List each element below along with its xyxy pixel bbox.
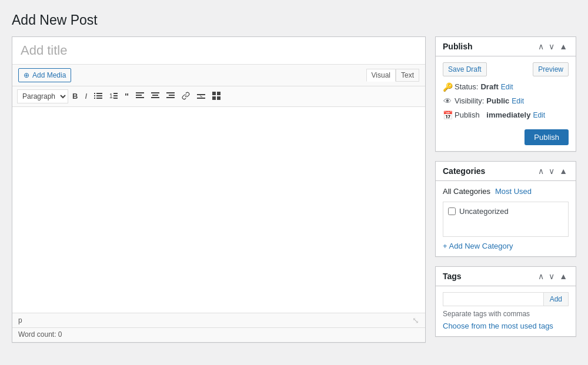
svg-rect-23 — [197, 98, 205, 99]
publish-close-button[interactable]: ▲ — [558, 42, 569, 51]
svg-line-24 — [200, 96, 202, 97]
tags-metabox-header: Tags ∧ ∨ ▲ — [436, 267, 576, 286]
blockquote-button[interactable]: " — [122, 90, 132, 102]
visibility-icon: 👁 — [443, 96, 452, 106]
svg-rect-12 — [136, 97, 144, 98]
publish-metabox-title: Publish — [443, 42, 473, 51]
italic-button[interactable]: I — [82, 91, 90, 102]
publish-collapse-up-button[interactable]: ∧ — [537, 42, 545, 51]
publish-label: Publish — [455, 110, 480, 119]
svg-rect-26 — [217, 92, 220, 95]
publish-time-value: immediately — [486, 110, 530, 119]
align-center-button[interactable] — [148, 91, 162, 102]
publish-metabox-controls: ∧ ∨ ▲ — [537, 42, 569, 51]
add-media-button[interactable]: ⊕ Add Media — [18, 68, 71, 82]
format-toolbar: Paragraph B I 1. " — [12, 86, 425, 107]
publish-metabox-header: Publish ∧ ∨ ▲ — [436, 37, 576, 56]
categories-metabox-controls: ∧ ∨ ▲ — [537, 167, 569, 175]
ordered-list-button[interactable]: 1. — [106, 90, 121, 103]
unordered-list-button[interactable] — [91, 90, 105, 103]
page-title: Add New Post — [12, 12, 576, 29]
visibility-value: Public — [486, 96, 509, 105]
preview-button[interactable]: Preview — [533, 62, 569, 76]
tags-choose-link[interactable]: Choose from the most used tags — [443, 322, 553, 330]
categories-metabox: Categories ∧ ∨ ▲ All Categories Most Use… — [435, 161, 576, 257]
tags-hint: Separate tags with commas — [443, 310, 569, 318]
tab-text[interactable]: Text — [396, 69, 419, 82]
publish-metabox: Publish ∧ ∨ ▲ Save Draft Preview 🔑 Statu… — [435, 36, 576, 152]
svg-rect-14 — [151, 92, 159, 93]
tab-all-categories[interactable]: All Categories — [443, 187, 490, 196]
tags-metabox-body: Add Separate tags with commas Choose fro… — [436, 286, 576, 336]
svg-rect-1 — [96, 93, 102, 94]
categories-close-button[interactable]: ▲ — [558, 167, 569, 175]
tags-input[interactable] — [443, 292, 544, 306]
svg-rect-8 — [113, 95, 118, 96]
align-right-button[interactable] — [163, 91, 178, 102]
tags-collapse-up-button[interactable]: ∧ — [537, 272, 545, 280]
svg-rect-3 — [96, 95, 102, 96]
status-edit-link[interactable]: Edit — [501, 83, 513, 91]
publish-time-row: 📅 Publish immediately Edit — [443, 110, 569, 120]
categories-list: Uncategorized — [443, 202, 569, 237]
visibility-edit-link[interactable]: Edit — [512, 97, 524, 105]
publish-collapse-down-button[interactable]: ∨ — [547, 42, 556, 51]
add-media-label: Add Media — [32, 71, 66, 79]
svg-rect-20 — [166, 97, 175, 98]
categories-collapse-down-button[interactable]: ∨ — [547, 167, 556, 175]
svg-rect-11 — [136, 95, 142, 96]
svg-rect-0 — [94, 93, 95, 94]
svg-rect-28 — [217, 96, 220, 100]
tags-metabox-title: Tags — [443, 272, 462, 281]
editor-tabs: Visual Text — [366, 69, 419, 82]
svg-rect-19 — [169, 95, 175, 96]
bold-button[interactable]: B — [69, 91, 81, 102]
svg-rect-10 — [136, 92, 144, 93]
svg-rect-15 — [152, 95, 158, 96]
publish-actions: Save Draft Preview — [443, 62, 569, 76]
status-label: Status: — [455, 82, 478, 91]
svg-rect-7 — [113, 93, 118, 94]
categories-metabox-body: All Categories Most Used Uncategorized +… — [436, 181, 576, 256]
tags-input-row: Add — [443, 292, 569, 306]
save-draft-button[interactable]: Save Draft — [443, 62, 487, 76]
format-select[interactable]: Paragraph — [17, 89, 68, 103]
editor-footer: p ⤡ — [12, 313, 425, 327]
tags-add-button[interactable]: Add — [544, 292, 569, 306]
more-button[interactable] — [194, 91, 208, 102]
publish-submit-area: Publish — [443, 125, 569, 145]
sidebar: Publish ∧ ∨ ▲ Save Draft Preview 🔑 Statu… — [435, 36, 576, 346]
tags-collapse-down-button[interactable]: ∨ — [547, 272, 556, 280]
word-count: Word count: 0 — [12, 327, 425, 342]
categories-metabox-title: Categories — [443, 166, 485, 176]
publish-time-edit-link[interactable]: Edit — [533, 111, 545, 119]
align-left-button[interactable] — [133, 91, 147, 102]
tab-most-used[interactable]: Most Used — [495, 187, 532, 196]
svg-rect-27 — [212, 96, 216, 100]
tab-visual[interactable]: Visual — [366, 69, 396, 82]
svg-rect-18 — [166, 92, 175, 93]
link-button[interactable] — [179, 90, 193, 103]
publish-button[interactable]: Publish — [524, 129, 569, 145]
categories-collapse-up-button[interactable]: ∧ — [537, 167, 545, 175]
svg-rect-9 — [113, 98, 118, 99]
add-media-icon: ⊕ — [24, 71, 29, 79]
svg-rect-5 — [96, 98, 102, 99]
svg-rect-4 — [94, 98, 95, 99]
visibility-label: Visibility: — [455, 96, 484, 105]
tags-metabox: Tags ∧ ∨ ▲ Add Separate tags with commas… — [435, 266, 576, 337]
toolbar-extra-button[interactable] — [209, 90, 223, 103]
status-value: Draft — [480, 82, 498, 91]
calendar-icon: 📅 — [443, 110, 452, 120]
tags-close-button[interactable]: ▲ — [558, 272, 569, 280]
editor-body[interactable] — [12, 107, 425, 313]
add-new-category-link[interactable]: + Add New Category — [443, 242, 513, 250]
category-uncategorized-label: Uncategorized — [459, 207, 509, 216]
publish-metabox-body: Save Draft Preview 🔑 Status: Draft Edit … — [436, 56, 576, 151]
status-row: 🔑 Status: Draft Edit — [443, 82, 569, 92]
category-uncategorized-checkbox[interactable] — [448, 207, 456, 215]
post-title-input[interactable] — [12, 37, 425, 65]
resize-handle[interactable]: ⤡ — [412, 316, 419, 325]
category-uncategorized[interactable]: Uncategorized — [448, 207, 563, 216]
editor-area: ⊕ Add Media Visual Text Paragraph B I — [12, 36, 426, 343]
